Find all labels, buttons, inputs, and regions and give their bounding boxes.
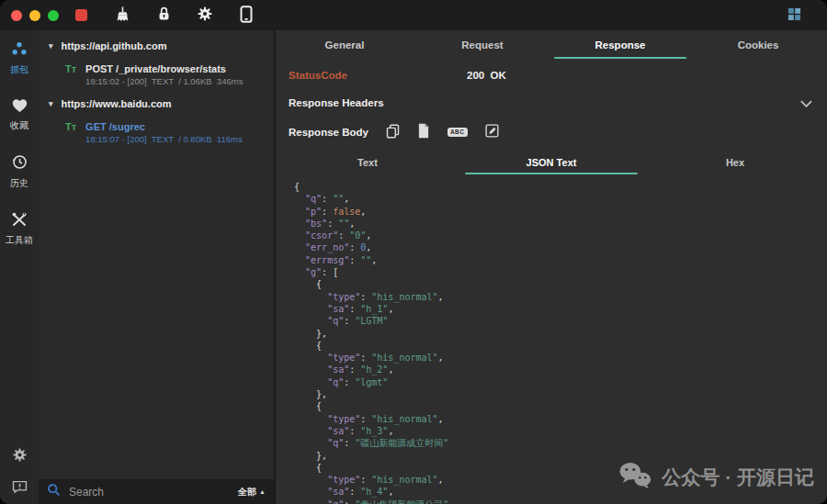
status-code-label: StatusCode bbox=[289, 70, 467, 81]
zoom-window-button[interactable] bbox=[48, 10, 59, 21]
nav-rail: 抓包 收藏 历史 bbox=[0, 30, 39, 504]
request-title: GET /sugrec bbox=[85, 121, 243, 132]
toolbar bbox=[72, 5, 255, 27]
response-body-row: Response Body bbox=[276, 116, 827, 149]
nav-label: 收藏 bbox=[10, 119, 28, 132]
tab-general[interactable]: General bbox=[276, 30, 414, 60]
request-meta: 18:15:02 - [200] TEXT / 1.06KB 346ms bbox=[85, 76, 243, 86]
preferences-button[interactable] bbox=[12, 447, 28, 465]
body-view-tabs: Text JSON Text Hex bbox=[276, 151, 827, 174]
request-row-selected[interactable]: Tᴛ GET /sugrec 18:15:07 - [200] TEXT / 0… bbox=[39, 114, 274, 151]
tab-response[interactable]: Response bbox=[551, 30, 689, 60]
stop-icon bbox=[75, 9, 87, 21]
app-window: 抓包 收藏 历史 bbox=[0, 0, 827, 504]
open-in-editor-button[interactable] bbox=[485, 124, 499, 140]
request-list-panel: ▾ https://api.github.com Tᴛ POST /_priva… bbox=[39, 30, 274, 504]
detail-panel: General Request Response Cookies StatusC… bbox=[276, 30, 827, 504]
broom-icon bbox=[114, 6, 131, 26]
feedback-button[interactable] bbox=[12, 479, 28, 497]
copy-body-button[interactable] bbox=[386, 124, 400, 141]
nav-item-capture[interactable]: 抓包 bbox=[10, 41, 28, 76]
device-button[interactable] bbox=[237, 5, 255, 27]
chevron-down-icon[interactable] bbox=[800, 95, 812, 111]
search-icon bbox=[47, 483, 61, 500]
status-code-value: 200 OK bbox=[467, 70, 506, 81]
file-icon bbox=[417, 123, 430, 141]
detail-tabs: General Request Response Cookies bbox=[276, 30, 827, 60]
feedback-icon bbox=[12, 483, 28, 497]
json-code[interactable]: { "q": "", "p": false, "bs": "", "csor":… bbox=[276, 174, 827, 504]
edit-icon bbox=[485, 124, 499, 140]
response-headers-label: Response Headers bbox=[289, 97, 384, 108]
tab-request[interactable]: Request bbox=[414, 30, 551, 60]
save-body-button[interactable] bbox=[417, 123, 430, 141]
nav-label: 抓包 bbox=[10, 63, 28, 76]
collapse-caret-icon[interactable]: ▾ bbox=[49, 41, 53, 50]
tools-icon bbox=[10, 211, 28, 231]
gear-icon bbox=[12, 452, 28, 465]
capture-icon bbox=[10, 41, 28, 61]
stop-capture-button[interactable] bbox=[72, 5, 90, 27]
status-code-row: StatusCode 200 OK bbox=[276, 60, 827, 90]
filter-caret-icon: ▲ bbox=[259, 488, 266, 495]
layout-grid-icon bbox=[787, 10, 801, 24]
copy-icon bbox=[386, 124, 400, 141]
host-label: https://api.github.com bbox=[62, 40, 167, 51]
nav-item-toolbox[interactable]: 工具箱 bbox=[6, 211, 33, 247]
host-group-header[interactable]: ▾ https://www.baidu.com bbox=[39, 94, 274, 114]
text-type-icon: Tᴛ bbox=[65, 121, 76, 133]
search-input[interactable] bbox=[67, 485, 232, 499]
body-tab-hex[interactable]: Hex bbox=[643, 151, 827, 174]
ssl-lock-button[interactable] bbox=[154, 5, 173, 27]
collapse-caret-icon[interactable]: ▾ bbox=[49, 99, 53, 108]
heart-icon bbox=[11, 97, 28, 117]
request-list[interactable]: ▾ https://api.github.com Tᴛ POST /_priva… bbox=[39, 30, 274, 479]
nav-label: 工具箱 bbox=[6, 234, 33, 247]
host-label: https://www.baidu.com bbox=[62, 98, 172, 109]
search-filter-dropdown[interactable]: 全部 ▲ bbox=[238, 486, 266, 498]
text-type-icon: Tᴛ bbox=[65, 63, 76, 75]
request-title: POST /_private/browser/stats bbox=[85, 63, 243, 74]
gear-icon bbox=[197, 6, 213, 25]
search-bar: 全部 ▲ bbox=[39, 479, 274, 504]
body-tab-json-text[interactable]: JSON Text bbox=[459, 151, 643, 174]
history-clock-icon bbox=[11, 153, 28, 174]
host-group-header[interactable]: ▾ https://api.github.com bbox=[39, 36, 274, 56]
clear-button[interactable] bbox=[113, 5, 131, 27]
lock-icon bbox=[156, 6, 172, 25]
response-body-label: Response Body bbox=[289, 127, 368, 138]
filter-label: 全部 bbox=[238, 486, 256, 498]
body-tab-text[interactable]: Text bbox=[276, 151, 459, 174]
nav-item-favorites[interactable]: 收藏 bbox=[10, 97, 28, 132]
close-window-button[interactable] bbox=[11, 10, 22, 21]
request-meta: 18:15:07 - [200] TEXT / 0.80KB 116ms bbox=[85, 134, 243, 144]
minimize-window-button[interactable] bbox=[29, 10, 40, 21]
nav-rail-bottom bbox=[0, 447, 39, 497]
tab-cookies[interactable]: Cookies bbox=[689, 30, 827, 60]
encoding-button[interactable]: ABC bbox=[447, 128, 468, 138]
layout-toggle-button[interactable] bbox=[787, 7, 801, 24]
phone-icon bbox=[240, 6, 253, 26]
response-headers-row[interactable]: Response Headers bbox=[276, 90, 827, 116]
nav-item-history[interactable]: 历史 bbox=[10, 153, 28, 190]
abc-encoding-icon: ABC bbox=[447, 128, 468, 138]
window-titlebar bbox=[0, 0, 827, 30]
settings-button[interactable] bbox=[196, 5, 214, 27]
traffic-lights bbox=[0, 10, 59, 21]
request-row[interactable]: Tᴛ POST /_private/browser/stats 18:15:02… bbox=[39, 56, 274, 94]
nav-label: 历史 bbox=[10, 177, 28, 190]
